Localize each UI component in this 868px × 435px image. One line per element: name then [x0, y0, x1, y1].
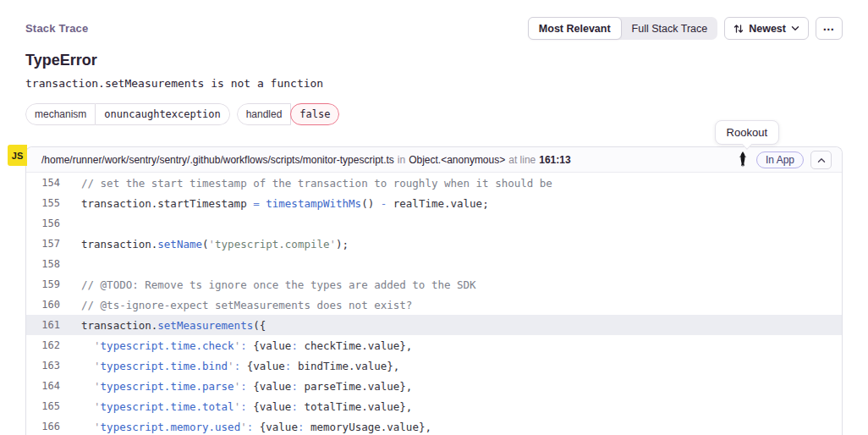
code-line: 157transaction.setName('typescript.compi…	[26, 234, 842, 254]
code-text: transaction.setName('typescript.compile'…	[60, 238, 349, 251]
frame-header[interactable]: /home/runner/work/sentry/sentry/.github/…	[26, 147, 842, 173]
code-text: // @ts-ignore-expect setMeasurements doe…	[60, 299, 412, 311]
line-number: 165	[26, 400, 60, 412]
line-number: 160	[26, 299, 60, 311]
javascript-platform-icon: JS	[8, 145, 27, 166]
line-number: 159	[26, 278, 60, 290]
code-line: 155transaction.startTimestamp = timestam…	[26, 193, 842, 213]
rookout-debugger-icon[interactable]	[736, 151, 750, 169]
tag-value-error: false	[290, 103, 339, 125]
code-line: 154// set the start timestamp of the tra…	[26, 173, 842, 193]
line-number: 163	[26, 360, 60, 372]
full-stack-trace-tab[interactable]: Full Stack Trace	[622, 17, 718, 40]
code-text: // @TODO: Remove ts ignore once the type…	[60, 278, 476, 291]
section-title: Stack Trace	[25, 22, 88, 35]
error-message: transaction.setMeasurements is not a fun…	[25, 77, 843, 90]
line-number: 157	[26, 238, 60, 250]
rookout-tooltip-label: Rookout	[727, 126, 767, 139]
tag-handled[interactable]: handled false	[237, 103, 340, 125]
line-number: 154	[26, 177, 60, 189]
code-text: transaction.startTimestamp = timestampWi…	[60, 197, 489, 210]
error-type-title: TypeError	[25, 52, 843, 69]
chevron-down-icon	[791, 25, 799, 31]
line-number: 164	[26, 380, 60, 392]
stack-trace-page: Stack Trace Most Relevant Full Stack Tra…	[0, 0, 868, 435]
more-options-button[interactable]: ⋯	[816, 17, 843, 40]
code-line: 163 'typescript.time.bind': {value: bind…	[26, 355, 842, 376]
code-line: 165 'typescript.time.total': {value: tot…	[26, 396, 842, 416]
most-relevant-tab[interactable]: Most Relevant	[528, 17, 622, 40]
line-number: 166	[26, 421, 60, 432]
code-line: 156	[26, 213, 842, 234]
frame-line-col: 161:13	[539, 154, 570, 166]
line-number: 162	[26, 339, 60, 351]
rookout-tooltip: Rookout	[715, 120, 779, 145]
collapse-frame-button[interactable]	[810, 151, 832, 169]
line-number: 156	[26, 218, 60, 229]
line-number: 161	[26, 319, 60, 331]
frame-file-path: /home/runner/work/sentry/sentry/.github/…	[41, 154, 394, 166]
code-line: 166 'typescript.memory.used': {value: me…	[26, 416, 842, 435]
section-header: Stack Trace Most Relevant Full Stack Tra…	[25, 0, 843, 40]
sort-button-label: Newest	[749, 23, 786, 35]
tag-value: onuncaughtexception	[96, 103, 229, 125]
stack-trace-controls: Most Relevant Full Stack Trace Newest	[528, 17, 843, 40]
code-text: 'typescript.memory.used': {value: memory…	[60, 421, 431, 433]
code-line-active: 161transaction.setMeasurements({	[26, 315, 842, 335]
at-line-label: at line	[508, 154, 536, 166]
ellipsis-icon: ⋯	[823, 22, 836, 36]
sort-arrows-icon	[733, 24, 744, 34]
code-text: 'typescript.time.total': {value: totalTi…	[60, 400, 412, 413]
tag-key: mechanism	[25, 103, 96, 125]
sort-newest-button[interactable]: Newest	[724, 17, 809, 40]
in-label: in	[398, 154, 405, 166]
frame-context: Object.<anonymous>	[409, 154, 505, 166]
code-line: 164 'typescript.time.parse': {value: par…	[26, 376, 842, 396]
stack-view-segmented-control: Most Relevant Full Stack Trace	[528, 17, 717, 40]
code-line: 158	[26, 254, 842, 274]
tag-mechanism[interactable]: mechanism onuncaughtexception	[25, 103, 230, 125]
code-text: 'typescript.time.check': {value: checkTi…	[60, 339, 412, 352]
code-text: 'typescript.time.bind': {value: bindTime…	[60, 360, 399, 372]
code-text: // set the start timestamp of the transa…	[60, 177, 552, 190]
code-text: 'typescript.time.parse': {value: parseTi…	[60, 380, 412, 393]
line-number: 158	[26, 258, 60, 270]
code-lines: 154// set the start timestamp of the tra…	[26, 173, 842, 435]
stack-frame: Rookout JS /home/runner/work/sentry/sent…	[25, 146, 843, 435]
code-line: 160// @ts-ignore-expect setMeasurements …	[26, 295, 842, 315]
in-app-badge: In App	[756, 151, 804, 168]
chevron-up-icon	[817, 154, 826, 166]
code-text: transaction.setMeasurements({	[60, 319, 266, 332]
line-number: 155	[26, 197, 60, 209]
tag-key: handled	[237, 103, 292, 125]
code-line: 162 'typescript.time.check': {value: che…	[26, 335, 842, 355]
code-line: 159// @TODO: Remove ts ignore once the t…	[26, 274, 842, 295]
